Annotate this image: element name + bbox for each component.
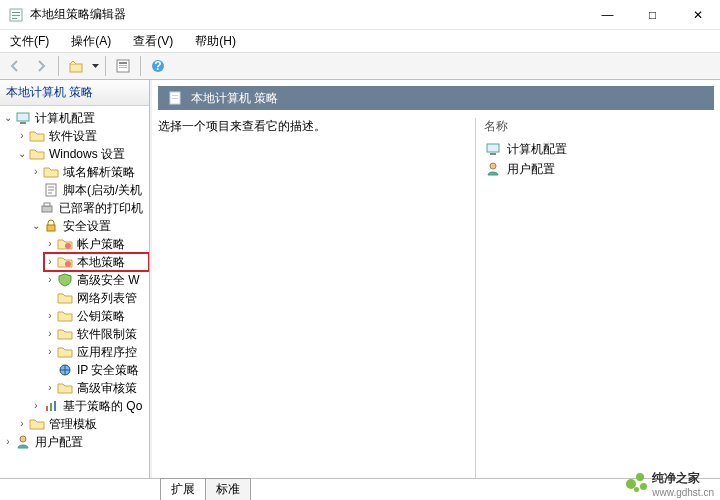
app-icon — [8, 7, 24, 23]
column-header-name[interactable]: 名称 — [484, 118, 714, 139]
svg-text:?: ? — [154, 59, 161, 73]
expand-icon[interactable]: › — [44, 325, 56, 343]
tree-label: 脚本(启动/关机 — [61, 181, 144, 199]
expand-icon[interactable]: › — [44, 343, 56, 361]
menu-help[interactable]: 帮助(H) — [191, 31, 240, 52]
toolbar-separator — [140, 56, 141, 76]
svg-rect-6 — [119, 62, 127, 64]
tree-node-public-key[interactable]: › 公钥策略 — [44, 307, 149, 325]
tree-header[interactable]: 本地计算机 策略 — [0, 80, 149, 106]
collapse-icon[interactable]: ⌄ — [16, 145, 28, 163]
policy-folder-icon — [57, 236, 73, 252]
toolbar-separator — [58, 56, 59, 76]
bottom-tabs: 扩展 标准 — [0, 478, 720, 500]
tree-node-user-config[interactable]: › 用户配置 — [2, 433, 149, 451]
tree-node-qos[interactable]: › 基于策略的 Qo — [30, 397, 149, 415]
tab-standard[interactable]: 标准 — [205, 478, 251, 500]
close-button[interactable]: ✕ — [675, 0, 720, 29]
svg-rect-26 — [172, 98, 178, 99]
toolbar: ? — [0, 52, 720, 80]
tree-node-deployed-printers[interactable]: 已部署的打印机 — [30, 199, 149, 217]
list-item-user-config[interactable]: 用户配置 — [484, 159, 714, 179]
svg-point-29 — [490, 163, 496, 169]
expand-icon[interactable]: › — [44, 235, 56, 253]
chart-icon — [43, 398, 59, 414]
svg-rect-20 — [46, 406, 48, 411]
lock-icon — [43, 218, 59, 234]
help-button[interactable]: ? — [147, 55, 169, 77]
tree-node-windows-settings[interactable]: ⌄ Windows 设置 — [16, 145, 149, 163]
properties-button[interactable] — [112, 55, 134, 77]
svg-rect-25 — [172, 95, 178, 96]
tree-node-scripts[interactable]: 脚本(启动/关机 — [30, 181, 149, 199]
svg-rect-15 — [44, 203, 50, 206]
tree-node-account-policy[interactable]: › 帐户策略 — [44, 235, 149, 253]
watermark-logo — [626, 473, 648, 495]
expand-icon[interactable]: › — [16, 127, 28, 145]
window-title: 本地组策略编辑器 — [30, 6, 585, 23]
tree-node-dns-policy[interactable]: › 域名解析策略 — [30, 163, 149, 181]
list-item-computer-config[interactable]: 计算机配置 — [484, 139, 714, 159]
details-pane: 本地计算机 策略 选择一个项目来查看它的描述。 名称 计算机配置 用户配置 — [150, 80, 720, 478]
svg-rect-22 — [54, 401, 56, 411]
expand-icon[interactable]: › — [2, 433, 14, 451]
computer-icon — [15, 110, 31, 126]
tree-node-local-policy[interactable]: › 本地策略 — [44, 253, 149, 271]
tree-node-app-control[interactable]: › 应用程序控 — [44, 343, 149, 361]
up-button[interactable] — [65, 55, 87, 77]
svg-point-23 — [20, 436, 26, 442]
expand-icon[interactable]: › — [16, 415, 28, 433]
tree-node-network-list[interactable]: 网络列表管 — [44, 289, 149, 307]
network-icon — [57, 362, 73, 378]
forward-button[interactable] — [30, 55, 52, 77]
folder-icon — [29, 416, 45, 432]
tab-extended[interactable]: 扩展 — [160, 478, 206, 500]
tree-label: IP 安全策略 — [75, 361, 141, 379]
svg-rect-11 — [17, 113, 29, 121]
menu-action[interactable]: 操作(A) — [67, 31, 115, 52]
tree-node-admin-templates[interactable]: › 管理模板 — [16, 415, 149, 433]
maximize-button[interactable]: □ — [630, 0, 675, 29]
svg-rect-7 — [119, 65, 127, 66]
tree-label: 应用程序控 — [75, 343, 139, 361]
expand-icon[interactable]: › — [44, 307, 56, 325]
tree-node-software-restrict[interactable]: › 软件限制策 — [44, 325, 149, 343]
script-icon — [43, 182, 59, 198]
tree-node-ip-security[interactable]: IP 安全策略 — [44, 361, 149, 379]
tree-node-adv-security[interactable]: › 高级安全 W — [44, 271, 149, 289]
tree-node-security-settings[interactable]: ⌄ 安全设置 — [30, 217, 149, 235]
tree-node-computer-config[interactable]: ⌄ 计算机配置 — [2, 109, 149, 127]
details-header-title: 本地计算机 策略 — [191, 90, 278, 107]
dropdown-icon[interactable] — [91, 64, 99, 68]
tree-label: 高级安全 W — [75, 271, 142, 289]
expand-icon[interactable]: › — [44, 271, 56, 289]
minimize-button[interactable]: — — [585, 0, 630, 29]
tree-node-adv-audit[interactable]: › 高级审核策 — [44, 379, 149, 397]
menu-file[interactable]: 文件(F) — [6, 31, 53, 52]
svg-point-17 — [65, 243, 71, 249]
svg-rect-12 — [20, 122, 26, 124]
expand-icon[interactable]: › — [44, 379, 56, 397]
tree-label: 安全设置 — [61, 217, 113, 235]
list-item-label: 用户配置 — [507, 161, 555, 178]
shield-icon — [57, 272, 73, 288]
svg-rect-4 — [70, 64, 82, 72]
document-icon — [167, 90, 183, 106]
list-item-label: 计算机配置 — [507, 141, 567, 158]
expand-icon[interactable]: › — [30, 163, 42, 181]
printer-icon — [39, 200, 55, 216]
expand-icon[interactable]: › — [44, 253, 56, 271]
tree-node-software-settings[interactable]: › 软件设置 — [16, 127, 149, 145]
back-button[interactable] — [4, 55, 26, 77]
tree-label: Windows 设置 — [47, 145, 127, 163]
instruction-text: 选择一个项目来查看它的描述。 — [158, 118, 467, 135]
svg-point-18 — [65, 261, 71, 267]
expand-icon[interactable]: › — [30, 397, 42, 415]
toolbar-separator — [105, 56, 106, 76]
collapse-icon[interactable]: ⌄ — [2, 109, 14, 127]
menu-view[interactable]: 查看(V) — [129, 31, 177, 52]
collapse-icon[interactable]: ⌄ — [30, 217, 42, 235]
tree-pane: 本地计算机 策略 ⌄ 计算机配置 › 软件设置 ⌄ Windows 设置 — [0, 80, 150, 478]
tree-label: 已部署的打印机 — [57, 199, 145, 217]
folder-icon — [57, 290, 73, 306]
